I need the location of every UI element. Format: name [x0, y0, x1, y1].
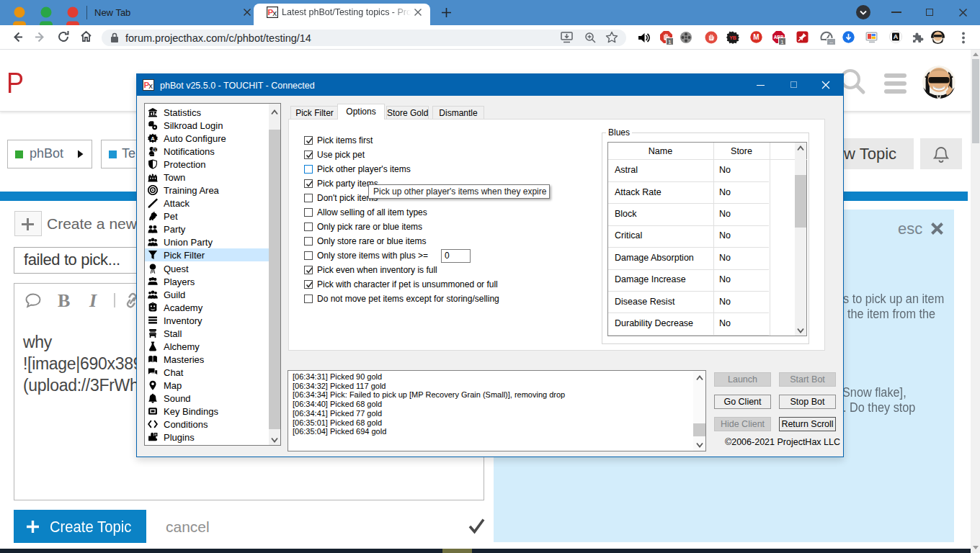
svg-text:YB: YB	[729, 35, 736, 40]
svg-text:A: A	[894, 33, 899, 40]
svg-text:x: x	[148, 81, 153, 90]
svg-text:A: A	[151, 135, 155, 142]
svg-text:x: x	[272, 9, 277, 17]
svg-text:M: M	[753, 33, 759, 41]
svg-text:1: 1	[154, 148, 156, 152]
